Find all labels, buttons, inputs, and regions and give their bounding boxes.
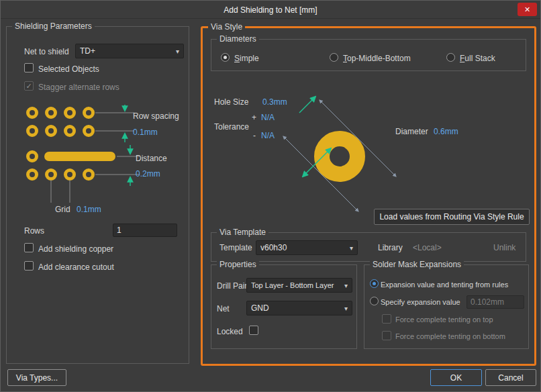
net-value: GND bbox=[251, 303, 342, 313]
specify-expansion-radio[interactable] bbox=[370, 297, 379, 305]
drill-pair-label: Drill Pair bbox=[217, 281, 247, 291]
unlink-button[interactable]: Unlink bbox=[493, 243, 515, 252]
chevron-down-icon bbox=[342, 303, 348, 313]
hole-size-arrow-icon bbox=[299, 97, 315, 113]
chevron-down-icon bbox=[342, 281, 348, 290]
properties-group: Properties Drill Pair Top Layer - Bottom… bbox=[211, 264, 357, 349]
distance-value: 0.2mm bbox=[136, 169, 160, 179]
stagger-alternate-rows-label: Stagger alternate rows bbox=[38, 83, 119, 92]
via-types-button-label: Via Types... bbox=[16, 373, 58, 383]
shield-track bbox=[44, 152, 115, 161]
hole-size-label: Hole Size bbox=[214, 97, 248, 107]
tolerance-plus-value: N/A bbox=[261, 113, 275, 122]
net-to-shield-dropdown[interactable]: TD+ bbox=[75, 44, 184, 58]
load-values-button[interactable]: Load values from Routing Via Style Rule bbox=[374, 209, 530, 225]
add-shielding-dialog: Add Shielding to Net [mm] ✕ Shielding Pa… bbox=[0, 0, 541, 392]
ok-button[interactable]: OK bbox=[430, 369, 482, 386]
expansion-from-rules-radio[interactable] bbox=[370, 279, 379, 288]
stagger-alternate-rows-checkbox bbox=[24, 81, 34, 91]
specify-expansion-label: Specify expansion value bbox=[381, 298, 460, 306]
diameter-mode-simple-radio[interactable] bbox=[221, 53, 230, 62]
close-button[interactable]: ✕ bbox=[518, 3, 537, 16]
label-rest: imple bbox=[240, 54, 259, 63]
solder-mask-expansions-group-label: Solder Mask Expansions bbox=[370, 260, 464, 269]
via-preview-donut bbox=[322, 139, 358, 175]
add-clearance-cutout-label: Add clearance cutout bbox=[38, 262, 114, 272]
library-label: Library bbox=[378, 243, 403, 252]
net-to-shield-value: TD+ bbox=[80, 46, 173, 56]
drill-pair-dropdown[interactable]: Top Layer - Bottom Layer bbox=[246, 278, 352, 293]
row-spacing-label: Row spacing bbox=[133, 111, 179, 121]
template-value: v60h30 bbox=[260, 243, 347, 252]
diameter-mode-top-middle-bottom-label: Top-Middle-Bottom bbox=[343, 54, 411, 63]
grid-value: 0.1mm bbox=[77, 205, 101, 214]
label-rest: ull Stack bbox=[464, 54, 495, 63]
add-clearance-cutout-checkbox[interactable] bbox=[24, 261, 34, 271]
via-donut-rows bbox=[28, 109, 93, 179]
shielding-parameters-group: Shielding Parameters Net to shield TD+ S… bbox=[6, 26, 189, 364]
chevron-down-icon bbox=[347, 243, 353, 252]
force-tenting-bottom-label: Force complete tenting on bottom bbox=[395, 332, 505, 340]
cancel-button-label: Cancel bbox=[498, 373, 523, 383]
diameter-mode-full-stack-radio[interactable] bbox=[446, 53, 455, 62]
locked-label: Locked bbox=[217, 327, 243, 336]
net-to-shield-label: Net to shield bbox=[24, 47, 69, 56]
diameter-mode-full-stack-label: Full Stack bbox=[460, 54, 495, 63]
drill-pair-value: Top Layer - Bottom Layer bbox=[251, 281, 342, 289]
add-shielding-copper-label: Add shielding copper bbox=[38, 244, 113, 254]
net-dropdown[interactable]: GND bbox=[246, 301, 352, 315]
tolerance-minus-sign: - bbox=[253, 131, 256, 140]
ok-button-label: OK bbox=[450, 373, 462, 383]
add-shielding-copper-checkbox[interactable] bbox=[24, 243, 34, 252]
via-template-group-label: Via Template bbox=[217, 228, 268, 237]
via-style-group-label: Via Style bbox=[208, 22, 245, 32]
chevron-down-icon bbox=[173, 46, 179, 56]
force-tenting-top-checkbox bbox=[382, 314, 391, 324]
diameters-group-label: Diameters bbox=[217, 34, 259, 44]
diameters-group: Diameters Simple Top-Middle-Bottom Full … bbox=[211, 39, 526, 71]
grid-label: Grid bbox=[55, 205, 70, 214]
titlebar: Add Shielding to Net [mm] ✕ bbox=[1, 1, 540, 19]
accel-letter: S bbox=[234, 54, 240, 63]
dimension-arrow-icons bbox=[125, 105, 130, 186]
specify-expansion-input bbox=[466, 295, 524, 309]
load-values-button-label: Load values from Routing Via Style Rule bbox=[379, 212, 524, 222]
properties-group-label: Properties bbox=[217, 260, 259, 269]
selected-objects-label: Selected Objects bbox=[38, 64, 99, 74]
template-dropdown[interactable]: v60h30 bbox=[256, 240, 358, 255]
tolerance-plus-sign: + bbox=[252, 113, 256, 122]
close-icon: ✕ bbox=[524, 5, 530, 14]
solder-mask-expansions-group: Solder Mask Expansions Expansion value a… bbox=[364, 264, 529, 349]
dialog-title: Add Shielding to Net [mm] bbox=[1, 5, 540, 15]
rows-input[interactable] bbox=[113, 224, 177, 237]
selected-objects-checkbox[interactable] bbox=[24, 63, 34, 72]
force-tenting-top-label: Force complete tenting on top bbox=[395, 315, 493, 324]
tolerance-minus-value: N/A bbox=[261, 131, 275, 140]
net-label: Net bbox=[217, 304, 230, 313]
label-rest: op-Middle-Bottom bbox=[347, 54, 411, 63]
expansion-from-rules-label: Expansion value and tenting from rules bbox=[381, 281, 508, 289]
via-style-group: Via Style Diameters Simple Top-Middle-Bo… bbox=[201, 26, 536, 366]
row-spacing-value: 0.1mm bbox=[133, 128, 158, 137]
rows-label: Rows bbox=[24, 226, 44, 236]
distance-label: Distance bbox=[136, 154, 167, 163]
diameter-mode-simple-label: Simple bbox=[234, 54, 259, 63]
library-value: <Local> bbox=[413, 243, 442, 252]
via-preview-diagram bbox=[277, 86, 478, 213]
tolerance-label: Tolerance bbox=[214, 122, 249, 132]
diameter-mode-top-middle-bottom-radio[interactable] bbox=[330, 53, 338, 62]
cancel-button[interactable]: Cancel bbox=[485, 369, 536, 386]
via-template-group: Via Template Template v60h30 Library <Lo… bbox=[211, 232, 526, 262]
shielding-parameters-group-label: Shielding Parameters bbox=[12, 21, 95, 31]
template-label: Template bbox=[219, 243, 252, 252]
force-tenting-bottom-checkbox bbox=[382, 331, 391, 340]
via-types-button[interactable]: Via Types... bbox=[7, 369, 66, 386]
locked-checkbox[interactable] bbox=[249, 326, 258, 335]
